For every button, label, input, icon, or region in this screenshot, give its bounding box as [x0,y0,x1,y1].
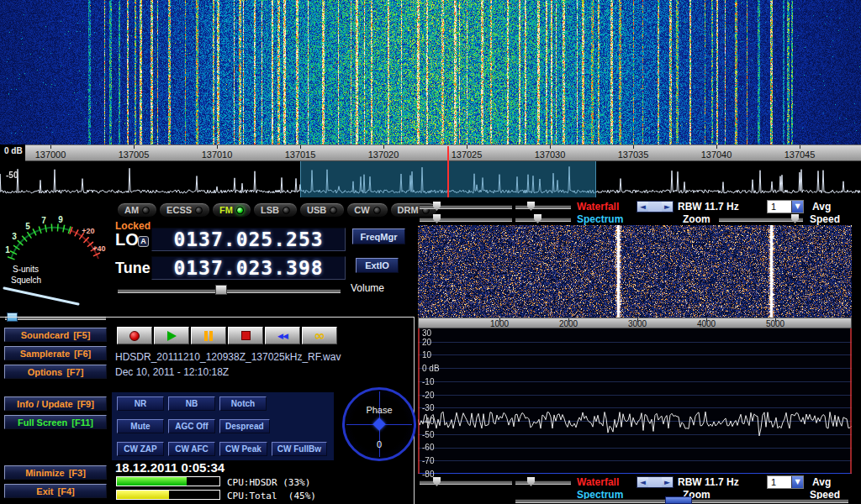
avg-select[interactable]: 1 ▼ [767,200,804,213]
waterfall-speed-slider[interactable] [515,495,848,504]
fkey-button-key: [F6] [74,349,91,359]
rewind-button[interactable]: ◀◀ [265,327,300,344]
s-meter: 1 3 5 7 9 +20 +40 S-units Squelch [1,200,108,307]
fkey-button-key: [F3] [69,468,86,478]
dropdown-arrow-icon[interactable]: ▼ [791,201,803,213]
phase-label: Phase [345,405,414,415]
waterfall-lower-limit-slider[interactable] [515,201,571,212]
phase-value: 0 [345,439,414,449]
dsp-nb-button[interactable]: NB [168,396,215,411]
volume-slider[interactable] [118,285,341,296]
dropdown-arrow-icon[interactable]: ▼ [791,476,803,488]
lo-lock-badge[interactable]: A [138,236,149,247]
spectrum-upper-limit-slider[interactable] [420,213,512,224]
volume-thumb[interactable] [215,285,227,295]
rf-frequency-ruler[interactable]: 10002000300040005000 [418,318,852,328]
slider-thumb[interactable] [534,214,541,223]
dsp-mute-button[interactable]: Mute [117,419,164,433]
freq-tick-label: 137025 [452,150,483,160]
record-button[interactable] [117,327,152,344]
avg-speed-slider[interactable] [719,213,803,224]
zoom-left-arrow-icon[interactable]: ◄ [637,202,648,212]
main-frequency-ruler[interactable]: 1370001370051370101370151370201370251370… [0,144,861,161]
waterfall-tab[interactable]: Waterfall [577,201,619,213]
fkey-button-label: Info / Update [17,399,73,409]
smeter-tick-label: 9 [58,215,63,224]
phase-indicator: Phase 0 [342,387,416,461]
freq-tick-label: 4000 [697,319,716,328]
mode-led-icon [283,207,290,214]
dsp-nr-button[interactable]: NR [117,396,164,411]
dsp-agc-off-button[interactable]: AGC Off [168,419,215,433]
main-waterfall[interactable] [0,0,861,144]
mode-button-cw[interactable]: CW [346,202,388,218]
fkey-button-key: [F5] [73,330,90,340]
lo-frequency-display[interactable]: 0137.025.253 [151,228,346,251]
datetime-display: 18.12.2011 0:05:34 [115,460,224,475]
slider-thumb[interactable] [433,477,441,486]
tune-marker[interactable] [447,146,449,197]
mode-button-ecss[interactable]: ECSS [159,202,210,218]
options-button[interactable]: Options[F7] [4,365,107,379]
freq-tick-label: 137035 [618,150,649,160]
zoom-track[interactable] [648,202,662,212]
stop-button[interactable] [228,327,263,344]
waterfall-tab[interactable]: Waterfall [577,476,619,488]
info-update-button[interactable]: Info / Update[F9] [4,396,107,411]
waterfall-lower-limit-slider[interactable] [515,476,571,487]
samplerate-button[interactable]: Samplerate[F6] [4,346,107,360]
waterfall-upper-limit-slider[interactable] [420,201,512,212]
dsp-cw-peak-button[interactable]: CW Peak [219,442,267,456]
dsp-cw-afc-button[interactable]: CW AFC [168,442,215,456]
dsp-cw-zap-button[interactable]: CW ZAP [117,442,164,456]
fkey-button-label: Exit [36,486,53,496]
dsp-despread-button[interactable]: Despread [219,419,270,433]
mode-button-usb[interactable]: USB [299,202,345,218]
fkey-button-key: [F4] [58,486,75,496]
zoom-scrollbar[interactable]: ◄ ► [637,476,673,488]
record-icon [129,331,140,341]
slider-thumb[interactable] [791,214,799,223]
panel-divider-horizontal [0,317,414,318]
rf-spectrum[interactable] [418,328,852,474]
pause-button[interactable] [191,327,226,344]
freq-tick-label: 137015 [285,150,316,160]
cpu-total-bar [116,490,220,500]
mode-button-fm[interactable]: FM [212,202,251,218]
mode-led-icon [330,207,337,214]
extio-button[interactable]: ExtIO [356,258,399,273]
speed-label: Speed [810,213,840,225]
mode-button-lsb[interactable]: LSB [253,202,298,218]
tune-frequency-display[interactable]: 0137.023.398 [151,256,346,280]
avg-select[interactable]: 1 ▼ [767,475,804,489]
mode-button-label: DRM [398,205,419,215]
soundcard-button[interactable]: Soundcard[F5] [4,328,107,342]
rf-waterfall[interactable] [418,225,852,318]
freqmgr-button[interactable]: FreqMgr [352,228,405,244]
spectrum-lower-limit-slider[interactable] [515,213,571,224]
slider-thumb[interactable] [527,477,535,486]
spectrum-tab[interactable]: Spectrum [577,213,623,225]
stop-icon [241,331,251,340]
play-button[interactable] [154,327,189,344]
zoom-right-arrow-icon[interactable]: ► [662,477,673,487]
slider-thumb[interactable] [527,202,535,211]
dsp-notch-button[interactable]: Notch [219,396,267,411]
zoom-track[interactable] [648,477,662,487]
mode-button-am[interactable]: AM [117,202,157,218]
loop-button[interactable]: ∞ [302,327,337,344]
slider-thumb[interactable] [665,496,692,504]
slider-thumb[interactable] [433,214,441,223]
zoom-left-arrow-icon[interactable]: ◄ [637,477,648,487]
waterfall-upper-limit-slider[interactable] [420,476,512,487]
zoom-right-arrow-icon[interactable]: ► [662,202,673,212]
minimize-button[interactable]: Minimize[F3] [4,465,107,480]
zoom-scrollbar[interactable]: ◄ ► [637,201,673,213]
dsp-cw-fullbw-button[interactable]: CW FullBw [272,442,327,456]
smeter-tick-label: 3 [12,232,17,241]
full-screen-button[interactable]: Full Screen[F11] [4,415,107,429]
slider-thumb[interactable] [433,202,441,211]
exit-button[interactable]: Exit[F4] [4,484,107,498]
cpu-hdsdr-text: CPU:HDSDR (33%) [227,477,310,488]
rewind-icon: ◀◀ [277,332,288,340]
